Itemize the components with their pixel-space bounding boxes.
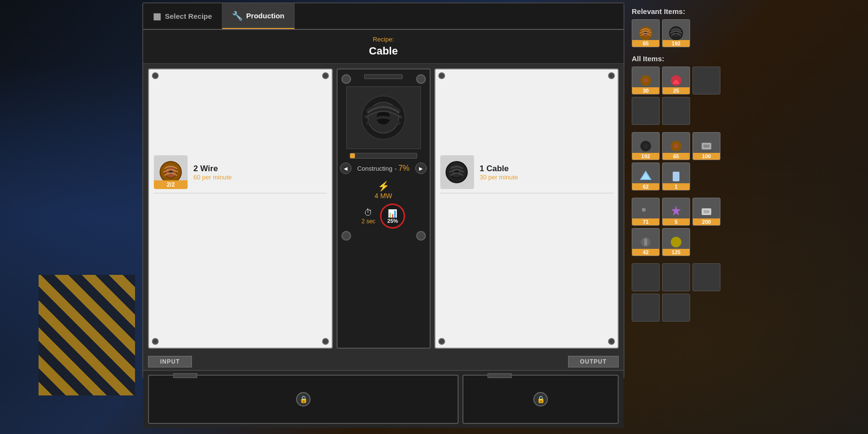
all-item-3-4[interactable] <box>662 294 690 322</box>
output-screw-tr <box>608 72 615 79</box>
relevant-items-grid: 65 192 <box>632 19 728 47</box>
all-item-0-1[interactable]: 25 <box>662 67 690 95</box>
right-panel: Relevant Items: 65 <box>627 2 733 334</box>
output-item-cable: 1 Cable 30 per minute <box>440 151 613 193</box>
cable-info: 1 Cable 30 per minute <box>480 164 518 181</box>
all-item-2-0-count: 71 <box>632 218 659 225</box>
all-item-2-4[interactable]: 125 <box>662 228 690 256</box>
machine-corner-bl <box>341 231 351 241</box>
main-content: 2/2 2 Wire 60 per minute <box>143 64 624 353</box>
all-item-1-0-img <box>637 137 654 155</box>
power-value: 4 MW <box>375 192 393 200</box>
all-item-3-0[interactable] <box>632 263 660 291</box>
svg-rect-26 <box>673 172 679 181</box>
tab-select-recipe[interactable]: ▦ Select Recipe <box>143 3 222 29</box>
main-dialog: ▦ Select Recipe 🔧 Production Recipe: Cab… <box>142 2 624 379</box>
relevant-cable-svg <box>667 25 685 42</box>
relevant-cable-img <box>667 25 685 42</box>
all-item-0-0[interactable]: 30 <box>632 67 660 95</box>
machine-corner-tl <box>341 74 351 84</box>
output-screw-br <box>608 338 615 345</box>
wire-rate: 60 per minute <box>193 174 232 181</box>
all-item-0-0-img <box>637 72 654 89</box>
arrow-row: ◀ Constructing - 7% ▶ <box>338 163 430 174</box>
relevant-cable-count: 192 <box>663 40 690 47</box>
all-item-0-3[interactable] <box>632 97 660 125</box>
all-item-2-1-count: 5 <box>663 218 690 225</box>
svg-point-34 <box>671 237 681 247</box>
all-item-2-2[interactable]: 200 <box>692 198 720 226</box>
all-item-2-0[interactable]: 71 <box>632 198 660 226</box>
input-label: INPUT <box>148 356 192 367</box>
all-item-1-4[interactable]: 1 <box>662 163 690 190</box>
tab-select-recipe-label: Select Recipe <box>165 12 212 20</box>
all-item-1-3-img <box>637 168 654 185</box>
tab-bar: ▦ Select Recipe 🔧 Production <box>143 3 624 30</box>
output-screw-tl <box>438 72 445 79</box>
recipe-name: Cable <box>143 45 624 57</box>
svg-rect-23 <box>704 145 709 148</box>
all-item-2-1[interactable]: 5 <box>662 198 690 226</box>
wire-name: 2 Wire <box>193 164 232 174</box>
cable-spool-svg <box>444 159 470 186</box>
all-item-1-0[interactable]: 192 <box>632 132 660 160</box>
all-items-row-1: 30 25 <box>632 67 728 125</box>
constructing-dash: - <box>394 165 398 172</box>
output-conveyor: 🔒 <box>462 375 619 424</box>
svg-rect-31 <box>704 210 709 213</box>
all-item-1-4-count: 1 <box>663 183 690 190</box>
all-item-1-3-count: 62 <box>632 183 659 190</box>
input-conveyor-lock: 🔒 <box>296 392 311 407</box>
constructing-pct: 7% <box>398 164 409 172</box>
wire-info: 2 Wire 60 per minute <box>193 164 232 181</box>
cable-name: 1 Cable <box>480 164 518 174</box>
screw-tr <box>322 72 329 79</box>
efficiency-value: 25% <box>387 218 398 224</box>
all-item-3-3[interactable] <box>632 294 660 322</box>
progress-bar-fill <box>350 153 355 158</box>
all-item-1-2-img <box>698 137 715 155</box>
machine-corner-br <box>416 231 426 241</box>
clock-icon: ⏱ <box>364 208 373 218</box>
screw-tl <box>152 72 159 79</box>
svg-point-28 <box>642 208 646 212</box>
all-item-2-3-img <box>637 233 654 251</box>
relevant-item-cable[interactable]: 192 <box>662 19 690 47</box>
power-icon: ⚡ <box>378 180 390 192</box>
relevant-item-wire[interactable]: 65 <box>632 19 660 47</box>
all-item-1-3[interactable]: 62 <box>632 163 660 190</box>
svg-point-16 <box>643 78 648 83</box>
all-item-2-3-count: 42 <box>632 249 659 256</box>
next-arrow-btn[interactable]: ▶ <box>415 163 427 174</box>
all-item-0-2[interactable] <box>692 67 720 95</box>
all-item-1-4-img <box>667 168 685 185</box>
all-item-1-2[interactable]: 100 <box>692 132 720 160</box>
constructing-label: Constructing <box>357 165 393 172</box>
all-item-2-3[interactable]: 42 <box>632 228 660 256</box>
all-item-0-4[interactable] <box>662 97 690 125</box>
conveyor-port-top <box>173 373 197 378</box>
machine-bar-top <box>364 74 403 79</box>
all-item-3-1[interactable] <box>662 263 690 291</box>
input-panel-label: INPUT <box>148 356 192 367</box>
all-item-2-4-count: 125 <box>663 249 690 256</box>
machine-panel: ◀ Constructing - 7% ▶ ⚡ 4 MW ⏱ 2 sec 📊 <box>337 68 431 349</box>
all-item-1-1[interactable]: 65 <box>662 132 690 160</box>
all-item-3-2[interactable] <box>692 263 720 291</box>
prev-arrow-btn[interactable]: ◀ <box>340 163 352 174</box>
relevant-items-title: Relevant Items: <box>632 7 728 15</box>
wire-image: 2/2 <box>154 155 188 189</box>
all-item-0-1-img <box>667 72 685 89</box>
all-item-1-2-count: 100 <box>693 153 720 160</box>
all-items-row-4 <box>632 263 728 322</box>
all-item-2-0-img <box>637 203 654 220</box>
output-conveyor-port-top <box>488 373 512 378</box>
all-item-1-1-img <box>667 137 685 155</box>
cycle-time-value: 2 sec <box>362 218 376 225</box>
recipe-tab-icon: ▦ <box>153 11 161 22</box>
tab-production[interactable]: 🔧 Production <box>222 3 295 29</box>
bottom-conveyor-area: 🔒 🔒 <box>143 370 624 428</box>
wire-badge: 2/2 <box>154 180 188 189</box>
all-item-1-1-count: 65 <box>663 153 690 160</box>
efficiency-button[interactable]: 📊 25% <box>380 203 405 229</box>
